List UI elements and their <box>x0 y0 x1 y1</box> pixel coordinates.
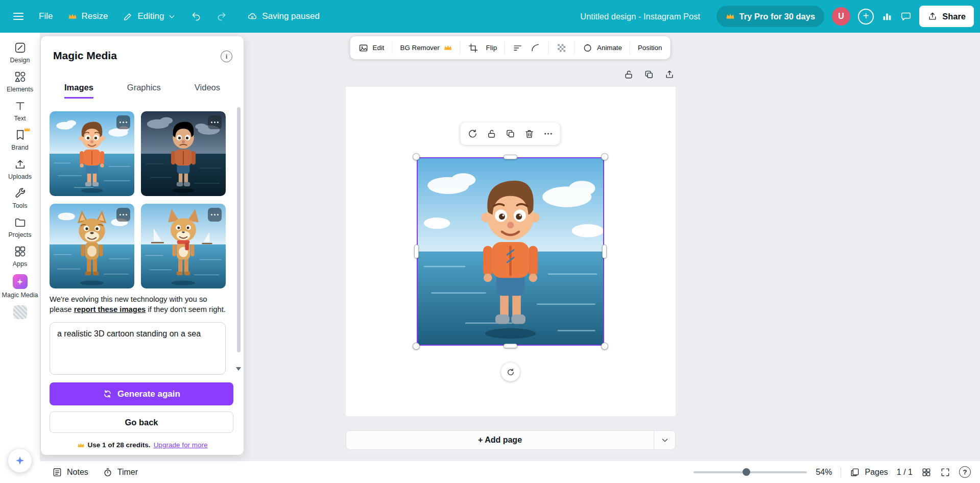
report-images-link[interactable]: report these images <box>74 305 146 313</box>
curve-button[interactable] <box>531 43 541 53</box>
timer-icon <box>103 467 113 477</box>
comments-button[interactable] <box>900 11 912 22</box>
scroll-down-arrow-icon[interactable] <box>236 367 241 371</box>
lock-page-button[interactable] <box>624 69 634 80</box>
resize-button[interactable]: Resize <box>62 6 114 27</box>
resize-handle-bottom[interactable] <box>504 344 517 348</box>
sidebar-item-projects[interactable]: Projects <box>1 216 39 238</box>
add-page-button[interactable]: + Add page <box>346 431 654 449</box>
timer-button[interactable]: Timer <box>103 467 138 477</box>
rotate-handle[interactable] <box>501 363 520 381</box>
info-button[interactable]: i <box>221 51 232 62</box>
panel-scrollbar[interactable] <box>237 105 241 363</box>
help-button[interactable]: ? <box>959 466 971 478</box>
bg-remover-button[interactable]: BG Remover <box>400 44 452 52</box>
generated-image-2[interactable] <box>141 111 226 196</box>
sidebar-item-label: Projects <box>8 231 31 238</box>
sidebar-item-tools[interactable]: Tools <box>1 187 39 209</box>
sidebar-item-app-shortcut[interactable] <box>1 305 39 319</box>
selection-toolbar <box>461 123 560 145</box>
prompt-input[interactable]: a realistic 3D cartoon standing on a sea <box>50 322 226 375</box>
duplicate-icon <box>644 69 654 80</box>
fullscreen-button[interactable] <box>940 467 950 477</box>
tab-videos[interactable]: Videos <box>195 83 220 99</box>
add-member-button[interactable]: + <box>858 9 874 25</box>
zoom-level-button[interactable]: 54% <box>816 468 832 477</box>
editing-label: Editing <box>137 11 164 21</box>
zoom-slider-thumb[interactable] <box>743 468 750 476</box>
export-page-button[interactable] <box>664 69 675 80</box>
crop-button[interactable] <box>468 43 479 53</box>
main-menu-button[interactable] <box>7 13 30 20</box>
sidebar-item-magic-media[interactable]: Magic Media <box>1 274 39 299</box>
generated-image-3[interactable] <box>50 204 134 288</box>
generated-image-4[interactable] <box>141 204 226 288</box>
sidebar-item-design[interactable]: Design <box>1 41 39 64</box>
insights-button[interactable] <box>881 11 893 22</box>
design-title[interactable]: Untitled design - Instagram Post <box>580 12 700 21</box>
try-pro-button[interactable]: Try Pro for 30 days <box>716 6 825 27</box>
sidebar-item-uploads[interactable]: Uploads <box>1 158 39 180</box>
resize-handle-bottom-right[interactable] <box>601 343 608 350</box>
go-back-button[interactable]: Go back <box>50 412 233 433</box>
sidebar-item-text[interactable]: Text <box>1 100 39 122</box>
duplicate-page-button[interactable] <box>644 69 654 80</box>
thumb-more-button[interactable] <box>208 208 222 222</box>
checkerboard-icon <box>557 43 567 53</box>
tab-graphics[interactable]: Graphics <box>127 83 161 99</box>
sidebar-item-elements[interactable]: Elements <box>1 70 39 93</box>
zoom-slider[interactable] <box>694 471 807 473</box>
sparkle-icon <box>14 455 26 466</box>
generated-image-1[interactable] <box>50 111 134 196</box>
sidebar-item-label: Design <box>10 57 30 64</box>
canvas-page[interactable] <box>346 87 676 416</box>
resize-handle-top[interactable] <box>504 155 517 159</box>
canva-assistant-button[interactable] <box>8 448 32 473</box>
animate-button[interactable]: Animate <box>583 43 622 53</box>
more-options-button[interactable] <box>539 125 557 143</box>
tab-images[interactable]: Images <box>64 83 93 99</box>
sidebar-item-brand[interactable]: Brand <box>1 129 39 151</box>
upgrade-link[interactable]: Upgrade for more <box>154 441 208 449</box>
thumb-more-button[interactable] <box>116 208 130 222</box>
share-button[interactable]: Share <box>919 6 974 27</box>
crown-icon <box>444 44 452 51</box>
undo-button[interactable] <box>185 6 207 27</box>
transparency-button[interactable] <box>557 43 567 53</box>
disclaimer-text: if they don't seem right. <box>146 305 226 313</box>
notes-button[interactable]: Notes <box>52 467 88 477</box>
file-label: File <box>39 11 53 21</box>
add-page-dropdown-button[interactable] <box>654 431 675 449</box>
thumb-more-button[interactable] <box>116 115 130 129</box>
page-actions <box>624 69 675 80</box>
edit-image-button[interactable]: Edit <box>358 43 385 53</box>
undo-icon <box>191 11 201 21</box>
file-menu-button[interactable]: File <box>33 6 59 27</box>
saving-status[interactable]: Saving paused <box>247 11 319 21</box>
resize-handle-top-left[interactable] <box>413 153 420 160</box>
flip-button[interactable]: Flip <box>486 44 497 52</box>
redo-button[interactable] <box>210 6 233 27</box>
position-button[interactable]: Position <box>638 44 662 52</box>
resize-handle-left[interactable] <box>414 245 419 258</box>
generate-again-button[interactable]: Generate again <box>50 382 233 405</box>
resize-handle-right[interactable] <box>602 245 607 258</box>
pages-button[interactable]: Pages <box>850 467 888 477</box>
selected-image[interactable] <box>417 157 604 346</box>
resize-handle-top-right[interactable] <box>601 153 608 160</box>
resize-handle-bottom-left[interactable] <box>413 343 420 350</box>
sidebar-item-apps[interactable]: Apps <box>1 245 39 268</box>
editing-mode-dropdown[interactable]: Editing <box>117 6 182 27</box>
user-avatar[interactable]: U <box>832 7 850 26</box>
regenerate-button[interactable] <box>464 125 482 143</box>
thumb-more-button[interactable] <box>208 115 222 129</box>
info-icon: i <box>226 53 228 60</box>
lock-element-button[interactable] <box>483 125 500 143</box>
duplicate-element-button[interactable] <box>501 125 519 143</box>
delete-element-button[interactable] <box>520 125 538 143</box>
context-toolbar: Edit BG Remover Flip Animate Position <box>350 36 671 59</box>
scrollbar-thumb[interactable] <box>237 107 241 352</box>
grid-view-button[interactable] <box>921 467 931 477</box>
generated-results-grid <box>50 111 226 288</box>
adjust-button[interactable] <box>513 43 523 53</box>
